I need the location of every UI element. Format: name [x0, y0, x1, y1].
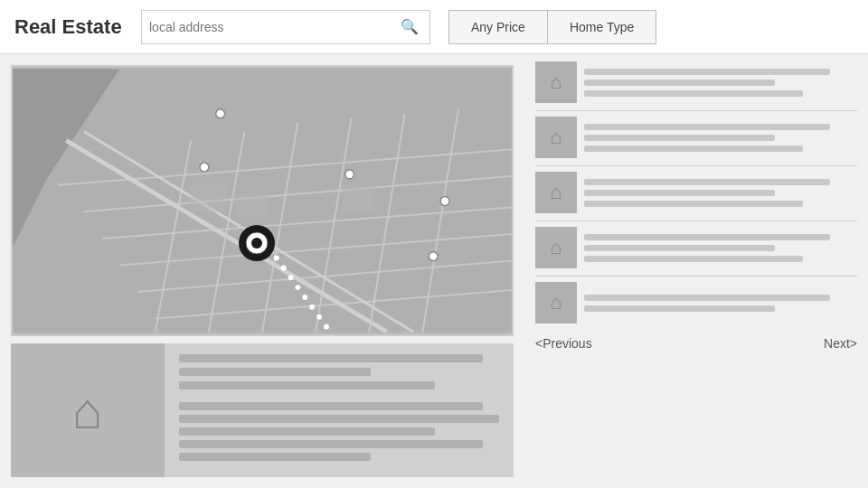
listing-item[interactable]: ⌂: [535, 61, 857, 103]
listing-thumbnail: ⌂: [535, 227, 577, 268]
listing-line: [584, 190, 775, 196]
filter-buttons: Any Price Home Type: [448, 10, 656, 44]
home-icon: ⌂: [550, 236, 561, 259]
map-svg: [13, 67, 512, 334]
listing-desc: [179, 402, 499, 461]
svg-point-20: [440, 197, 449, 206]
search-input[interactable]: [149, 20, 397, 34]
bottom-listing: ⌂: [11, 343, 514, 477]
search-bar: 🔍: [141, 10, 430, 44]
svg-point-38: [251, 238, 262, 249]
listing-details: [584, 295, 857, 312]
home-icon: ⌂: [550, 291, 561, 314]
home-type-filter-button[interactable]: Home Type: [547, 10, 656, 44]
listing-text-line: [179, 354, 483, 362]
listing-line: [584, 80, 775, 86]
svg-point-17: [216, 109, 225, 118]
svg-point-32: [324, 324, 329, 330]
listing-details: [584, 179, 857, 207]
listing-line: [584, 305, 775, 312]
main-content: ⌂ ⌂: [0, 54, 868, 488]
home-icon-large: ⌂: [72, 381, 103, 440]
listing-details: [584, 69, 857, 97]
divider: [535, 165, 857, 166]
map-area: ⌂: [0, 54, 524, 488]
bottom-listing-text: [165, 343, 514, 477]
home-icon: ⌂: [550, 126, 561, 149]
map-container[interactable]: [11, 65, 514, 336]
listing-item[interactable]: ⌂: [535, 117, 857, 158]
listing-thumbnail: ⌂: [535, 117, 577, 158]
listing-line: [584, 234, 830, 240]
svg-point-21: [429, 252, 438, 261]
svg-point-26: [281, 265, 287, 270]
listing-item[interactable]: ⌂: [535, 172, 857, 213]
price-filter-button[interactable]: Any Price: [448, 10, 547, 44]
svg-point-29: [302, 295, 307, 300]
listing-text-line: [179, 402, 483, 410]
listing-text-line: [179, 427, 435, 436]
listing-line: [584, 145, 803, 152]
listing-thumbnail: ⌂: [535, 172, 577, 213]
divider: [535, 110, 857, 111]
svg-point-19: [345, 170, 354, 179]
listing-item[interactable]: ⌂: [535, 282, 857, 324]
map-pin[interactable]: [237, 223, 277, 263]
listing-line: [584, 201, 803, 207]
svg-rect-33: [191, 185, 226, 212]
listing-line: [584, 124, 830, 130]
listing-text-line: [179, 368, 371, 376]
bottom-listing-image: ⌂: [11, 343, 165, 477]
listing-line: [584, 256, 803, 262]
next-page-button[interactable]: Next>: [824, 336, 857, 351]
svg-point-18: [200, 163, 209, 172]
listing-text-line: [179, 415, 499, 423]
home-icon: ⌂: [550, 70, 561, 94]
previous-page-button[interactable]: <Previous: [535, 336, 592, 351]
svg-point-27: [288, 275, 294, 280]
search-button[interactable]: 🔍: [397, 16, 422, 37]
svg-rect-35: [343, 185, 374, 212]
page-title: Real Estate: [14, 15, 123, 39]
listing-line: [584, 295, 830, 301]
listing-line: [584, 135, 775, 141]
listing-text-line: [179, 440, 483, 448]
search-icon: 🔍: [401, 19, 419, 34]
home-icon: ⌂: [550, 181, 561, 204]
listing-line: [584, 179, 830, 185]
listing-line: [584, 90, 803, 97]
header: Real Estate 🔍 Any Price Home Type: [0, 0, 868, 54]
listing-details: [584, 124, 857, 152]
pagination: <Previous Next>: [535, 333, 857, 354]
divider: [535, 276, 857, 277]
svg-point-31: [316, 314, 322, 320]
svg-point-30: [309, 305, 315, 310]
svg-point-28: [295, 285, 300, 290]
listing-thumbnail: ⌂: [535, 282, 577, 324]
listing-text-line: [179, 453, 371, 461]
listing-item[interactable]: ⌂: [535, 227, 857, 268]
listing-line: [584, 69, 830, 75]
listings-panel: ⌂ ⌂ ⌂: [524, 54, 868, 488]
svg-rect-34: [235, 194, 266, 217]
listing-thumbnail: ⌂: [535, 61, 577, 103]
listing-text-line: [179, 381, 435, 389]
listing-line: [584, 245, 775, 251]
listing-details: [584, 234, 857, 262]
divider: [535, 221, 857, 221]
